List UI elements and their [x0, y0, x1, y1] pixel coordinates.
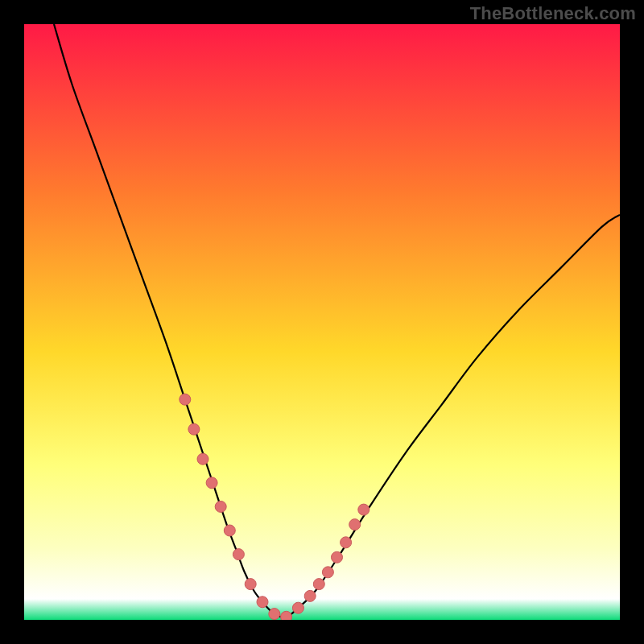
marker-point	[292, 602, 303, 613]
marker-point	[269, 609, 280, 620]
marker-point	[358, 504, 369, 515]
marker-point	[224, 525, 235, 536]
marker-point	[233, 549, 244, 560]
marker-point	[215, 501, 226, 512]
marker-point	[245, 579, 256, 590]
marker-point	[332, 551, 343, 563]
gradient-background	[24, 24, 620, 620]
marker-point	[197, 453, 208, 464]
marker-point	[349, 519, 361, 530]
marker-point	[281, 611, 292, 620]
plot-area	[24, 24, 620, 620]
marker-point	[304, 590, 316, 601]
bottleneck-chart	[24, 24, 620, 620]
chart-frame: TheBottleneck.com	[0, 0, 644, 644]
marker-point	[188, 423, 200, 435]
marker-point	[322, 567, 333, 578]
marker-point	[206, 477, 217, 489]
watermark-text: TheBottleneck.com	[470, 3, 636, 24]
marker-point	[257, 597, 268, 608]
marker-point	[341, 537, 352, 548]
marker-point	[313, 579, 324, 590]
marker-point	[180, 394, 191, 405]
